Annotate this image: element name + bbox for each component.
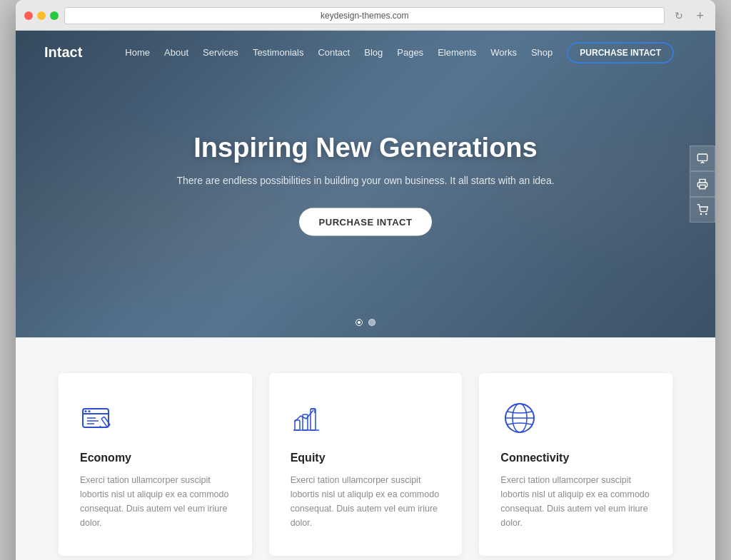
nav-link-blog[interactable]: Blog — [364, 47, 383, 58]
nav-link-services[interactable]: Services — [203, 47, 238, 58]
slide-dot-2[interactable] — [368, 319, 375, 326]
svg-rect-3 — [700, 185, 705, 188]
feature-card-equity: Equity Exerci tation ullamcorper suscipi… — [269, 373, 463, 556]
hero-content: Inspiring New Generations There are endl… — [151, 133, 580, 236]
cart-icon[interactable] — [690, 197, 715, 223]
nav-link-works[interactable]: Works — [490, 47, 517, 58]
nav-item-cta[interactable]: PURCHASE INTACT — [567, 46, 674, 58]
feature-card-economy: Economy Exerci tation ullamcorper suscip… — [59, 373, 252, 556]
nav-item-works[interactable]: Works — [490, 46, 517, 58]
nav-item-testimonials[interactable]: Testimonials — [253, 46, 304, 58]
new-tab-button[interactable]: + — [693, 9, 707, 24]
side-icons — [690, 146, 715, 223]
equity-icon — [291, 399, 329, 437]
svg-point-11 — [85, 410, 87, 412]
svg-point-4 — [700, 213, 701, 214]
feature-card-connectivity: Connectivity Exerci tation ullamcorper s… — [479, 373, 672, 556]
minimize-button[interactable] — [37, 11, 46, 20]
nav-link-elements[interactable]: Elements — [438, 47, 476, 58]
svg-rect-15 — [295, 420, 300, 430]
site-logo[interactable]: Intact — [44, 44, 82, 61]
address-bar[interactable]: keydesign-themes.com — [64, 7, 665, 24]
nav-link-about[interactable]: About — [164, 47, 188, 58]
nav-item-shop[interactable]: Shop — [531, 46, 553, 58]
feature-title-equity: Equity — [291, 452, 441, 464]
hero-cta-button[interactable]: PURCHASE INTACT — [299, 208, 433, 236]
nav-link-shop[interactable]: Shop — [531, 47, 553, 58]
nav-item-contact[interactable]: Contact — [318, 46, 350, 58]
website-content: Intact Home About Services Testimonials … — [16, 31, 715, 560]
nav-item-services[interactable]: Services — [203, 46, 238, 58]
nav-link-testimonials[interactable]: Testimonials — [253, 47, 304, 58]
economy-icon — [80, 399, 119, 437]
svg-point-12 — [89, 410, 91, 412]
monitor-icon[interactable] — [690, 146, 715, 171]
nav-item-blog[interactable]: Blog — [364, 46, 383, 58]
close-button[interactable] — [24, 11, 33, 20]
hero-subtitle: There are endless possibilities in build… — [151, 173, 580, 188]
nav-link-contact[interactable]: Contact — [318, 47, 350, 58]
nav-item-home[interactable]: Home — [125, 46, 150, 58]
slide-dot-1[interactable] — [356, 319, 363, 326]
maximize-button[interactable] — [50, 11, 59, 20]
svg-point-5 — [706, 213, 707, 214]
navbar: Intact Home About Services Testimonials … — [16, 31, 715, 73]
nav-item-pages[interactable]: Pages — [397, 46, 423, 58]
traffic-lights — [24, 11, 59, 20]
feature-desc-economy: Exerci tation ullamcorper suscipit lobor… — [80, 473, 231, 530]
feature-title-economy: Economy — [80, 452, 231, 464]
browser-window: keydesign-themes.com ↻ + Intact Home Abo… — [16, 0, 715, 560]
features-section: Economy Exerci tation ullamcorper suscip… — [16, 337, 715, 560]
svg-rect-0 — [697, 154, 707, 161]
slide-dots — [356, 319, 375, 326]
feature-title-connectivity: Connectivity — [500, 452, 651, 464]
refresh-button[interactable]: ↻ — [670, 10, 687, 21]
nav-links: Home About Services Testimonials Contact… — [125, 46, 687, 58]
print-icon[interactable] — [690, 171, 715, 197]
features-grid: Economy Exerci tation ullamcorper suscip… — [59, 373, 672, 556]
connectivity-icon — [500, 399, 539, 437]
url-text: keydesign-themes.com — [321, 11, 408, 21]
hero-section: Intact Home About Services Testimonials … — [16, 31, 715, 337]
feature-desc-connectivity: Exerci tation ullamcorper suscipit lobor… — [500, 473, 651, 530]
hero-title: Inspiring New Generations — [151, 133, 580, 163]
nav-cta-button[interactable]: PURCHASE INTACT — [567, 42, 674, 63]
browser-chrome: keydesign-themes.com ↻ + — [16, 0, 715, 31]
nav-item-elements[interactable]: Elements — [438, 46, 476, 58]
nav-item-about[interactable]: About — [164, 46, 188, 58]
feature-desc-equity: Exerci tation ullamcorper suscipit lobor… — [291, 473, 441, 530]
nav-link-pages[interactable]: Pages — [397, 47, 423, 58]
nav-link-home[interactable]: Home — [125, 47, 150, 58]
